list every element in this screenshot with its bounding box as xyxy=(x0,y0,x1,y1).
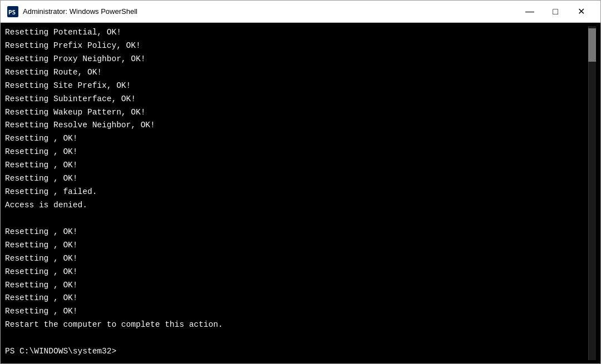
scrollbar-thumb[interactable] xyxy=(588,28,596,62)
terminal-line: Resetting Site Prefix, OK! xyxy=(5,79,588,93)
terminal-line: Resetting , OK! xyxy=(5,305,588,318)
powershell-window: PS Administrator: Windows PowerShell — □… xyxy=(0,0,601,364)
terminal-line: Resetting , OK! xyxy=(5,146,588,159)
terminal-line: Resetting , OK! xyxy=(5,239,588,252)
terminal-line: PS C:\WINDOWS\system32> xyxy=(5,345,588,358)
terminal-line: Resetting , OK! xyxy=(5,226,588,239)
terminal-line: Resetting Prefix Policy, OK! xyxy=(5,39,588,53)
terminal-line: Resetting , OK! xyxy=(5,252,588,266)
terminal-line: Access is denied. xyxy=(5,199,588,212)
minimize-button[interactable]: — xyxy=(517,3,543,21)
maximize-button[interactable]: □ xyxy=(543,3,568,21)
powershell-icon: PS xyxy=(7,6,18,17)
terminal-line: Resetting , failed. xyxy=(5,186,588,199)
titlebar: PS Administrator: Windows PowerShell — □… xyxy=(1,1,600,23)
terminal-line: Resetting Route, OK! xyxy=(5,66,588,79)
terminal-line: Resetting Wakeup Pattern, OK! xyxy=(5,106,588,119)
terminal-line: Resetting , OK! xyxy=(5,172,588,186)
window-title: Administrator: Windows PowerShell xyxy=(23,7,517,16)
terminal-line xyxy=(5,332,588,345)
close-button[interactable]: ✕ xyxy=(568,3,594,21)
terminal-line: Resetting , OK! xyxy=(5,279,588,292)
terminal-content[interactable]: Resetting Potential, OK!Resetting Prefix… xyxy=(5,26,588,360)
terminal-line: Resetting , OK! xyxy=(5,159,588,172)
terminal-line: Resetting Subinterface, OK! xyxy=(5,93,588,106)
terminal-line xyxy=(5,212,588,226)
window-controls: — □ ✕ xyxy=(517,3,594,21)
terminal-line: Resetting , OK! xyxy=(5,292,588,305)
terminal-body: Resetting Potential, OK!Resetting Prefix… xyxy=(1,23,600,363)
terminal-line: Resetting Potential, OK! xyxy=(5,26,588,39)
terminal-output: Resetting Potential, OK!Resetting Prefix… xyxy=(5,26,588,358)
terminal-line: Resetting , OK! xyxy=(5,266,588,279)
terminal-line: Restart the computer to complete this ac… xyxy=(5,318,588,332)
terminal-line: Resetting Resolve Neighbor, OK! xyxy=(5,119,588,132)
terminal-line: Resetting , OK! xyxy=(5,132,588,146)
terminal-line: Resetting Proxy Neighbor, OK! xyxy=(5,53,588,66)
scrollbar[interactable] xyxy=(588,26,596,360)
svg-text:PS: PS xyxy=(8,9,16,16)
